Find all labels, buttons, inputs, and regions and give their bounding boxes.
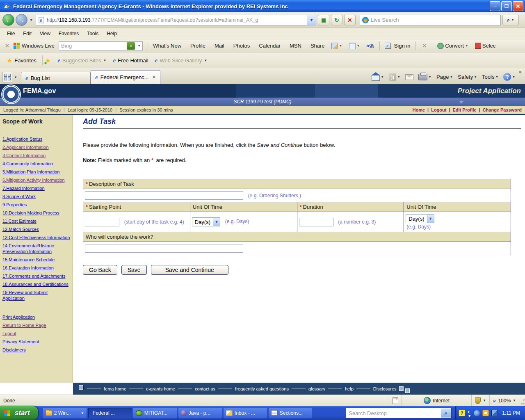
bing-search-button[interactable]: ⌕ bbox=[127, 42, 135, 50]
unit-of-time-select-1[interactable]: Day(s)▼ bbox=[192, 217, 220, 226]
quick-tabs-button[interactable] bbox=[2, 72, 12, 82]
taskbar-task-button[interactable]: MITIGAT... bbox=[133, 408, 177, 418]
tray-network-icon[interactable] bbox=[491, 410, 498, 416]
compatibility-view-button[interactable]: ▦ bbox=[318, 15, 329, 25]
translate-button[interactable]: a⁄あ bbox=[366, 43, 374, 49]
live-toolbar-link[interactable]: Mail bbox=[215, 43, 224, 49]
bing-search-input[interactable]: Bing ⌕ ▼ bbox=[59, 41, 143, 50]
sidebar-section-link[interactable]: 11.Cost Estimate bbox=[2, 219, 37, 224]
sidebar-section-link[interactable]: 10.Decision Making Process bbox=[2, 210, 59, 215]
back-button[interactable]: ← bbox=[2, 14, 14, 26]
search-go-button[interactable]: ⌕▼ bbox=[502, 15, 519, 25]
description-of-task-input[interactable] bbox=[85, 191, 243, 200]
who-will-complete-input[interactable] bbox=[85, 244, 243, 253]
stop-button[interactable]: ✕ bbox=[344, 15, 356, 25]
taskbar-task-button[interactable]: 2 Win... ▼ bbox=[43, 408, 87, 418]
tray-help-icon[interactable]: ? bbox=[459, 410, 465, 416]
account-link-change-password[interactable]: Change Password bbox=[483, 107, 522, 112]
sidebar-section-link[interactable]: 12.Match Sources bbox=[2, 227, 39, 232]
url-text[interactable]: http://192.168.3.193:7777/FEMAMitigation… bbox=[47, 17, 307, 23]
sidebar-utility-link[interactable]: Print Application bbox=[2, 315, 35, 320]
footer-link[interactable]: e-grants home bbox=[146, 386, 175, 391]
convert-toolbar-close-icon[interactable]: ✕ bbox=[422, 43, 427, 49]
add-to-favorites-button[interactable]: ★➜ bbox=[45, 57, 51, 64]
start-button[interactable]: start bbox=[0, 406, 38, 420]
feed-form-button[interactable]: ▼ bbox=[349, 43, 360, 49]
sidebar-section-link[interactable]: 5.Mitigation Plan Information bbox=[2, 169, 59, 174]
sidebar-section-link[interactable]: 1.Application Status bbox=[2, 137, 42, 142]
sidebar-section-link[interactable]: 3.Contact Information bbox=[2, 153, 46, 158]
save-and-continue-button[interactable]: Save and Continue bbox=[151, 265, 228, 275]
fema-brand[interactable]: FEMA.gov bbox=[23, 87, 56, 95]
live-toolbar-link[interactable]: Photos bbox=[233, 43, 250, 49]
read-mail-button[interactable] bbox=[403, 73, 415, 81]
sidebar-section-link[interactable]: 17.Comments and Attachments bbox=[2, 274, 65, 278]
taskbar-task-button[interactable]: Federal ... bbox=[88, 408, 132, 418]
recent-pages-dropdown[interactable]: ▼ bbox=[29, 18, 33, 22]
footer-link[interactable]: frequently asked questions bbox=[235, 386, 289, 391]
sidebar-section-link[interactable]: 13.Cost Effectiveness Information bbox=[2, 235, 70, 240]
browser-tab[interactable]: e Federal Emergenc... ✕ bbox=[91, 70, 160, 84]
taskbar-task-button[interactable]: Inbox - ... bbox=[224, 408, 267, 418]
live-search-box[interactable]: Live Search bbox=[360, 15, 501, 25]
account-link-home[interactable]: Home bbox=[413, 107, 425, 112]
go-back-button[interactable]: Go Back bbox=[83, 265, 117, 275]
favorites-bar-item[interactable]: e Suggested Sites ▼ bbox=[54, 55, 110, 66]
taskbar-task-button[interactable]: Sections... bbox=[269, 408, 312, 418]
chevron-down-icon[interactable]: ▼ bbox=[427, 215, 434, 223]
forward-button[interactable]: → bbox=[16, 14, 27, 26]
print-button[interactable]: ▼ bbox=[416, 73, 434, 82]
footer-link[interactable]: fema home bbox=[104, 386, 126, 391]
sidebar-section-link[interactable]: 14.Environmental/Historic Preservation I… bbox=[2, 243, 54, 254]
help-button[interactable]: ?▼ bbox=[501, 72, 517, 82]
home-button[interactable]: ▼ bbox=[370, 72, 386, 82]
hide-icons-button[interactable]: ‹ bbox=[474, 410, 480, 416]
resize-grip[interactable] bbox=[519, 395, 525, 406]
sidebar-section-link[interactable]: 16.Evaluation Information bbox=[2, 265, 54, 270]
tab-list-dropdown[interactable]: ▼ bbox=[13, 72, 18, 82]
favorites-bar-item[interactable]: e Web Slice Gallery ▼ bbox=[152, 55, 211, 66]
tray-chevron-icons[interactable]: ♦▼ bbox=[468, 410, 471, 416]
chevron-down-icon[interactable]: ▼ bbox=[204, 59, 207, 62]
sidebar-section-link[interactable]: 6.Mitigation Activity Information bbox=[2, 178, 65, 183]
live-toolbar-link[interactable]: MSN bbox=[290, 43, 301, 49]
mail-photos-button[interactable]: ▼ bbox=[331, 43, 342, 49]
feeds-button[interactable]: ))▼ bbox=[387, 72, 402, 82]
unit-of-time-select-2[interactable]: Day(s)▼ bbox=[406, 214, 434, 223]
save-button[interactable]: Save bbox=[121, 265, 147, 275]
sidebar-section-link[interactable]: 4.Community Information bbox=[2, 161, 53, 166]
zoom-control[interactable]: ⌕100%▼ bbox=[489, 395, 519, 406]
sidebar-utility-link[interactable]: Disclaimers bbox=[2, 347, 26, 352]
sidebar-section-link[interactable]: 15.Maintenance Schedule bbox=[2, 257, 55, 262]
taskbar-task-button[interactable]: Java - p... bbox=[178, 408, 222, 418]
tray-reminder-icon[interactable] bbox=[482, 410, 489, 416]
sidebar-section-link[interactable]: 2.Applicant Information bbox=[2, 145, 49, 150]
favorites-button[interactable]: ★Favorites bbox=[3, 55, 40, 66]
menu-item[interactable]: Help bbox=[103, 30, 121, 38]
toolbar-overflow-chevron[interactable]: » bbox=[517, 69, 523, 75]
script-notice-icon[interactable] bbox=[393, 397, 398, 404]
menu-item[interactable]: Tools bbox=[83, 30, 102, 38]
group-chevron-icon[interactable]: ▼ bbox=[81, 411, 84, 415]
convert-button[interactable]: Convert ▼ bbox=[437, 43, 468, 49]
menu-item[interactable]: View bbox=[36, 30, 54, 38]
desktop-search-input[interactable]: Search Desktop ⌕ bbox=[346, 408, 452, 418]
live-toolbar-link[interactable]: Calendar bbox=[259, 43, 281, 49]
sidebar-utility-link[interactable]: Privacy Statement bbox=[2, 339, 39, 344]
footer-link[interactable]: Disclosures bbox=[373, 386, 397, 391]
menu-item[interactable]: Favorites bbox=[55, 30, 82, 38]
minimize-button[interactable] bbox=[490, 1, 500, 11]
menu-item[interactable]: File bbox=[3, 30, 18, 38]
sidebar-section-link[interactable]: 9.Properties bbox=[2, 202, 27, 207]
footer-link[interactable]: contact us bbox=[195, 386, 215, 391]
sidebar-section-link[interactable]: 8.Scope of Work bbox=[2, 194, 36, 199]
chevron-down-icon[interactable]: ▼ bbox=[103, 59, 107, 62]
footer-link[interactable]: help bbox=[345, 386, 354, 391]
bing-search-dropdown[interactable]: ▼ bbox=[137, 44, 141, 48]
sidebar-utility-link[interactable]: Return to Home Page bbox=[2, 323, 46, 328]
sidebar-section-link[interactable]: 19.Review and Submit Application bbox=[2, 290, 48, 301]
sidebar-section-link[interactable]: 18.Assurances and Certifications bbox=[2, 282, 68, 287]
protected-mode-pane[interactable]: ▼ bbox=[471, 395, 489, 406]
safety-menu-button[interactable]: Safety▼ bbox=[456, 73, 479, 81]
toolbar-close-icon[interactable]: ✕ bbox=[5, 43, 9, 49]
